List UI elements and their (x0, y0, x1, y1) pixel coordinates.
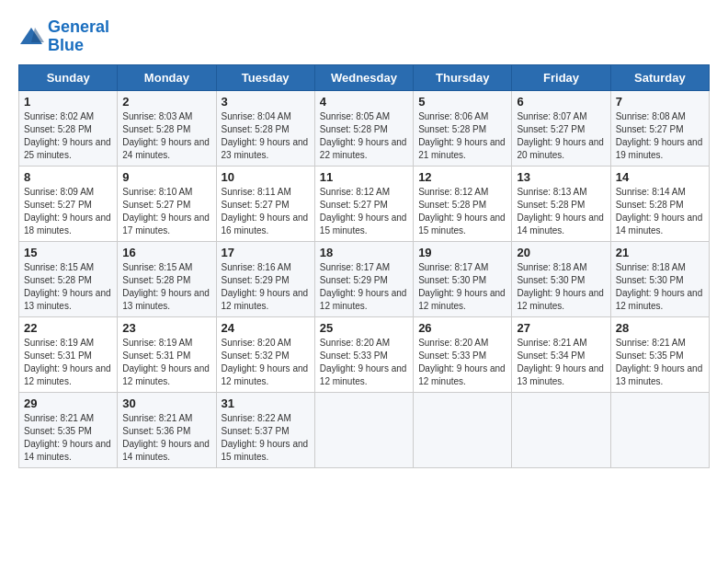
calendar-cell: 8 Sunrise: 8:09 AMSunset: 5:27 PMDayligh… (19, 166, 118, 241)
calendar-cell: 6 Sunrise: 8:07 AMSunset: 5:27 PMDayligh… (512, 90, 610, 166)
day-info: Sunrise: 8:12 AMSunset: 5:28 PMDaylight:… (418, 186, 506, 237)
day-number: 30 (122, 396, 210, 410)
calendar-cell: 9 Sunrise: 8:10 AMSunset: 5:27 PMDayligh… (118, 166, 216, 241)
day-number: 21 (616, 246, 704, 259)
calendar-cell (610, 392, 709, 467)
calendar-cell: 27 Sunrise: 8:21 AMSunset: 5:34 PMDaylig… (512, 316, 610, 392)
day-number: 19 (418, 246, 506, 259)
calendar-cell: 31 Sunrise: 8:22 AMSunset: 5:37 PMDaylig… (216, 392, 314, 467)
day-info: Sunrise: 8:15 AMSunset: 5:28 PMDaylight:… (24, 261, 112, 313)
day-number: 12 (418, 170, 506, 184)
calendar-cell: 12 Sunrise: 8:12 AMSunset: 5:28 PMDaylig… (414, 166, 512, 241)
weekday-header: Tuesday (216, 64, 314, 90)
logo: General Blue (18, 18, 109, 55)
calendar-cell: 5 Sunrise: 8:06 AMSunset: 5:28 PMDayligh… (414, 90, 512, 166)
day-info: Sunrise: 8:15 AMSunset: 5:28 PMDaylight:… (122, 261, 210, 313)
day-number: 4 (320, 95, 408, 109)
day-number: 10 (222, 170, 310, 184)
calendar-week-row: 29 Sunrise: 8:21 AMSunset: 5:35 PMDaylig… (19, 392, 710, 467)
calendar-cell: 21 Sunrise: 8:18 AMSunset: 5:30 PMDaylig… (610, 241, 709, 316)
day-number: 5 (418, 95, 506, 109)
day-number: 25 (320, 321, 408, 335)
day-info: Sunrise: 8:05 AMSunset: 5:28 PMDaylight:… (320, 110, 408, 162)
day-number: 9 (122, 170, 210, 184)
day-info: Sunrise: 8:07 AMSunset: 5:27 PMDaylight:… (517, 110, 605, 162)
calendar-cell: 1 Sunrise: 8:02 AMSunset: 5:28 PMDayligh… (19, 90, 118, 166)
calendar-cell (414, 392, 512, 467)
day-info: Sunrise: 8:16 AMSunset: 5:29 PMDaylight:… (222, 261, 310, 313)
day-number: 17 (222, 246, 310, 259)
day-number: 11 (320, 170, 408, 184)
page-header: General Blue (18, 18, 710, 55)
day-number: 13 (517, 170, 605, 184)
day-info: Sunrise: 8:10 AMSunset: 5:27 PMDaylight:… (122, 186, 210, 237)
day-number: 18 (320, 246, 408, 259)
weekday-header-row: SundayMondayTuesdayWednesdayThursdayFrid… (19, 64, 710, 90)
calendar-cell: 16 Sunrise: 8:15 AMSunset: 5:28 PMDaylig… (118, 241, 216, 316)
day-number: 2 (122, 95, 210, 109)
day-number: 31 (222, 396, 310, 410)
calendar-cell: 15 Sunrise: 8:15 AMSunset: 5:28 PMDaylig… (19, 241, 118, 316)
weekday-header: Wednesday (314, 64, 413, 90)
day-number: 24 (222, 321, 310, 335)
calendar-week-row: 15 Sunrise: 8:15 AMSunset: 5:28 PMDaylig… (19, 241, 710, 316)
calendar-cell: 24 Sunrise: 8:20 AMSunset: 5:32 PMDaylig… (216, 316, 314, 392)
day-number: 15 (24, 246, 112, 259)
svg-marker-1 (31, 28, 44, 42)
day-info: Sunrise: 8:04 AMSunset: 5:28 PMDaylight:… (222, 110, 310, 162)
day-number: 29 (24, 396, 112, 410)
calendar-cell: 20 Sunrise: 8:18 AMSunset: 5:30 PMDaylig… (512, 241, 610, 316)
day-info: Sunrise: 8:02 AMSunset: 5:28 PMDaylight:… (24, 110, 112, 162)
calendar-cell: 14 Sunrise: 8:14 AMSunset: 5:28 PMDaylig… (610, 166, 709, 241)
calendar-cell: 29 Sunrise: 8:21 AMSunset: 5:35 PMDaylig… (19, 392, 118, 467)
day-number: 6 (517, 95, 605, 109)
day-number: 16 (122, 246, 210, 259)
day-info: Sunrise: 8:11 AMSunset: 5:27 PMDaylight:… (222, 186, 310, 237)
day-number: 26 (418, 321, 506, 335)
calendar-table: SundayMondayTuesdayWednesdayThursdayFrid… (18, 64, 710, 468)
day-info: Sunrise: 8:13 AMSunset: 5:28 PMDaylight:… (517, 186, 605, 237)
calendar-cell: 25 Sunrise: 8:20 AMSunset: 5:33 PMDaylig… (314, 316, 413, 392)
calendar-cell: 28 Sunrise: 8:21 AMSunset: 5:35 PMDaylig… (610, 316, 709, 392)
calendar-cell: 2 Sunrise: 8:03 AMSunset: 5:28 PMDayligh… (118, 90, 216, 166)
calendar-cell: 23 Sunrise: 8:19 AMSunset: 5:31 PMDaylig… (118, 316, 216, 392)
day-info: Sunrise: 8:06 AMSunset: 5:28 PMDaylight:… (418, 110, 506, 162)
day-info: Sunrise: 8:19 AMSunset: 5:31 PMDaylight:… (122, 337, 210, 388)
day-info: Sunrise: 8:19 AMSunset: 5:31 PMDaylight:… (24, 337, 112, 388)
calendar-cell: 13 Sunrise: 8:13 AMSunset: 5:28 PMDaylig… (512, 166, 610, 241)
day-info: Sunrise: 8:17 AMSunset: 5:29 PMDaylight:… (320, 261, 408, 313)
day-info: Sunrise: 8:14 AMSunset: 5:28 PMDaylight:… (616, 186, 704, 237)
calendar-cell (512, 392, 610, 467)
day-info: Sunrise: 8:21 AMSunset: 5:34 PMDaylight:… (517, 337, 605, 388)
weekday-header: Thursday (414, 64, 512, 90)
calendar-week-row: 1 Sunrise: 8:02 AMSunset: 5:28 PMDayligh… (19, 90, 710, 166)
day-info: Sunrise: 8:22 AMSunset: 5:37 PMDaylight:… (222, 412, 310, 464)
logo-text: General Blue (48, 18, 109, 55)
day-info: Sunrise: 8:21 AMSunset: 5:35 PMDaylight:… (616, 337, 704, 388)
calendar-cell: 17 Sunrise: 8:16 AMSunset: 5:29 PMDaylig… (216, 241, 314, 316)
calendar-cell: 19 Sunrise: 8:17 AMSunset: 5:30 PMDaylig… (414, 241, 512, 316)
day-number: 20 (517, 246, 605, 259)
day-info: Sunrise: 8:21 AMSunset: 5:35 PMDaylight:… (24, 412, 112, 464)
day-number: 27 (517, 321, 605, 335)
calendar-week-row: 8 Sunrise: 8:09 AMSunset: 5:27 PMDayligh… (19, 166, 710, 241)
calendar-cell: 22 Sunrise: 8:19 AMSunset: 5:31 PMDaylig… (19, 316, 118, 392)
day-number: 3 (222, 95, 310, 109)
logo-icon (18, 26, 44, 48)
calendar-cell: 26 Sunrise: 8:20 AMSunset: 5:33 PMDaylig… (414, 316, 512, 392)
weekday-header: Sunday (19, 64, 118, 90)
calendar-cell: 30 Sunrise: 8:21 AMSunset: 5:36 PMDaylig… (118, 392, 216, 467)
calendar-cell: 18 Sunrise: 8:17 AMSunset: 5:29 PMDaylig… (314, 241, 413, 316)
day-number: 22 (24, 321, 112, 335)
day-number: 1 (24, 95, 112, 109)
day-info: Sunrise: 8:21 AMSunset: 5:36 PMDaylight:… (122, 412, 210, 464)
day-info: Sunrise: 8:09 AMSunset: 5:27 PMDaylight:… (24, 186, 112, 237)
calendar-cell: 4 Sunrise: 8:05 AMSunset: 5:28 PMDayligh… (314, 90, 413, 166)
day-info: Sunrise: 8:17 AMSunset: 5:30 PMDaylight:… (418, 261, 506, 313)
day-info: Sunrise: 8:08 AMSunset: 5:27 PMDaylight:… (616, 110, 704, 162)
day-info: Sunrise: 8:12 AMSunset: 5:27 PMDaylight:… (320, 186, 408, 237)
day-info: Sunrise: 8:03 AMSunset: 5:28 PMDaylight:… (122, 110, 210, 162)
day-number: 23 (122, 321, 210, 335)
day-number: 8 (24, 170, 112, 184)
day-number: 14 (616, 170, 704, 184)
